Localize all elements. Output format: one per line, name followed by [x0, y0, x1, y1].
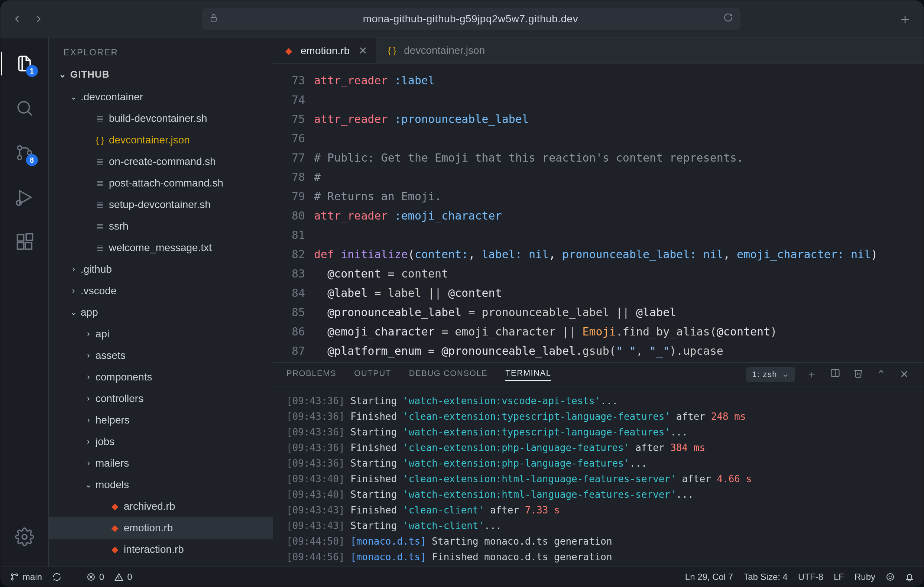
chevron-right-icon: ›	[84, 372, 93, 382]
new-terminal-button[interactable]: ＋	[806, 368, 818, 381]
tab-emotion-rb[interactable]: ◆emotion.rb✕	[273, 38, 376, 63]
new-window-button[interactable]: ＋	[898, 8, 912, 29]
tab-label: devcontainer.json	[404, 45, 485, 56]
terminal-output[interactable]: [09:43:36] Starting 'watch-extension:vsc…	[273, 386, 924, 567]
nav-back-button[interactable]	[12, 13, 23, 25]
file-setup-devcontainer-sh[interactable]: ≣setup-devcontainer.sh	[49, 194, 273, 216]
svg-rect-8	[17, 235, 23, 241]
status-cursor[interactable]: Ln 29, Col 7	[685, 572, 733, 582]
file-post-attach-command-sh[interactable]: ≣post-attach-command.sh	[49, 172, 273, 194]
tree-label: mailers	[96, 457, 129, 469]
reload-icon[interactable]	[723, 13, 733, 25]
tree-label: setup-devcontainer.sh	[109, 199, 211, 211]
split-terminal-button[interactable]	[829, 368, 841, 381]
chevron-right-icon: ›	[69, 286, 78, 296]
status-sync[interactable]	[53, 572, 61, 581]
shell-file-icon: ≣	[93, 200, 107, 210]
json-file-icon: { }	[385, 45, 399, 56]
folder-assets[interactable]: ›assets	[49, 345, 273, 366]
file-on-create-command-sh[interactable]: ≣on-create-command.sh	[49, 151, 273, 172]
panel-tab-terminal[interactable]: TERMINAL	[505, 368, 551, 381]
file-welcome_message-txt[interactable]: ≣welcome_message.txt	[49, 237, 273, 259]
file-ssrh[interactable]: ≣ssrh	[49, 216, 273, 237]
terminal-shell-select[interactable]: 1: zsh	[746, 367, 795, 382]
chevron-right-icon: ›	[69, 264, 78, 274]
folder--vscode[interactable]: ›.vscode	[49, 280, 273, 302]
folder-components[interactable]: ›components	[49, 366, 273, 388]
status-errors[interactable]: 0	[87, 572, 104, 582]
panel-tab-debug-console[interactable]: DEBUG CONSOLE	[409, 369, 487, 381]
tree-label: ssrh	[109, 220, 129, 232]
svg-point-1	[18, 102, 29, 113]
nav-forward-button[interactable]	[33, 13, 44, 25]
tree-label: .github	[81, 264, 112, 275]
activity-source-control[interactable]: 8	[13, 142, 36, 164]
svg-point-16	[12, 578, 13, 580]
activity-settings[interactable]	[13, 526, 36, 548]
file-interaction-rb[interactable]: ◆interaction.rb	[49, 539, 273, 560]
folder-api[interactable]: ›api	[49, 323, 273, 345]
tree-label: .vscode	[81, 285, 117, 297]
file-build-devcontainer-sh[interactable]: ≣build-devcontainer.sh	[49, 108, 273, 129]
tree-label: welcome_message.txt	[109, 242, 212, 254]
folder-helpers[interactable]: ›helpers	[49, 409, 273, 431]
tree-label: helpers	[96, 414, 130, 426]
activity-run-debug[interactable]	[13, 186, 36, 208]
sidebar-title: EXPLORER	[49, 38, 273, 67]
folder-models[interactable]: ⌄models	[49, 474, 273, 496]
folder-controllers[interactable]: ›controllers	[49, 388, 273, 409]
chevron-right-icon: ›	[84, 351, 93, 360]
explorer-badge: 1	[26, 65, 38, 77]
status-notifications[interactable]	[905, 572, 914, 581]
folder--github[interactable]: ›.github	[49, 259, 273, 280]
status-warnings[interactable]: 0	[114, 572, 132, 582]
ruby-file-icon: ◆	[108, 544, 122, 555]
status-eol[interactable]: LF	[834, 572, 844, 582]
panel-tab-problems[interactable]: PROBLEMS	[287, 369, 336, 381]
activity-search[interactable]	[13, 97, 36, 119]
tree-label: api	[96, 328, 109, 340]
maximize-panel-button[interactable]: ⌃	[875, 368, 887, 381]
panel-tab-output[interactable]: OUTPUT	[354, 369, 391, 381]
svg-line-2	[28, 112, 31, 115]
status-tabsize[interactable]: Tab Size: 4	[743, 572, 788, 582]
repo-header[interactable]: ⌄ GITHUB	[49, 67, 273, 86]
scm-badge: 8	[26, 154, 38, 166]
ruby-file-icon: ◆	[108, 523, 122, 533]
lock-icon	[209, 13, 218, 25]
svg-point-25	[891, 576, 892, 576]
tree-label: archived.rb	[124, 500, 175, 512]
code-editor[interactable]: attr_reader :label attr_reader :pronounc…	[314, 64, 924, 362]
chevron-right-icon: ›	[84, 437, 93, 447]
folder-mailers[interactable]: ›mailers	[49, 452, 273, 474]
svg-point-23	[887, 574, 894, 580]
file-devcontainer-json[interactable]: { }devcontainer.json	[49, 129, 273, 151]
url-bar[interactable]: mona-github-github-g59jpq2w5w7.github.de…	[202, 8, 741, 30]
close-panel-button[interactable]: ✕	[898, 368, 910, 381]
status-branch[interactable]: main	[10, 572, 42, 582]
folder--devcontainer[interactable]: ⌄.devcontainer	[49, 86, 273, 108]
file-archived-rb[interactable]: ◆archived.rb	[49, 496, 273, 517]
tree-label: build-devcontainer.sh	[109, 112, 207, 124]
chevron-right-icon: ›	[84, 394, 93, 404]
folder-jobs[interactable]: ›jobs	[49, 431, 273, 452]
kill-terminal-button[interactable]	[852, 368, 864, 381]
svg-point-24	[889, 576, 889, 576]
tab-devcontainer-json[interactable]: { }devcontainer.json	[376, 38, 494, 63]
file-emotion-rb[interactable]: ◆emotion.rb	[49, 517, 273, 539]
status-language[interactable]: Ruby	[855, 572, 875, 582]
svg-rect-9	[17, 242, 23, 249]
chevron-down-icon: ⌄	[58, 70, 67, 79]
status-encoding[interactable]: UTF-8	[798, 572, 823, 582]
close-tab-button[interactable]: ✕	[358, 45, 367, 57]
chevron-right-icon: ›	[84, 416, 93, 425]
folder-app[interactable]: ⌄app	[49, 302, 273, 323]
activity-explorer[interactable]: 1	[13, 53, 36, 75]
tree-label: jobs	[96, 436, 114, 448]
shell-file-icon: ≣	[93, 221, 107, 231]
tree-label: post-attach-command.sh	[109, 177, 223, 189]
svg-point-4	[18, 156, 21, 160]
activity-extensions[interactable]	[13, 231, 36, 253]
status-feedback[interactable]	[886, 572, 895, 581]
chevron-right-icon: ›	[84, 458, 93, 468]
